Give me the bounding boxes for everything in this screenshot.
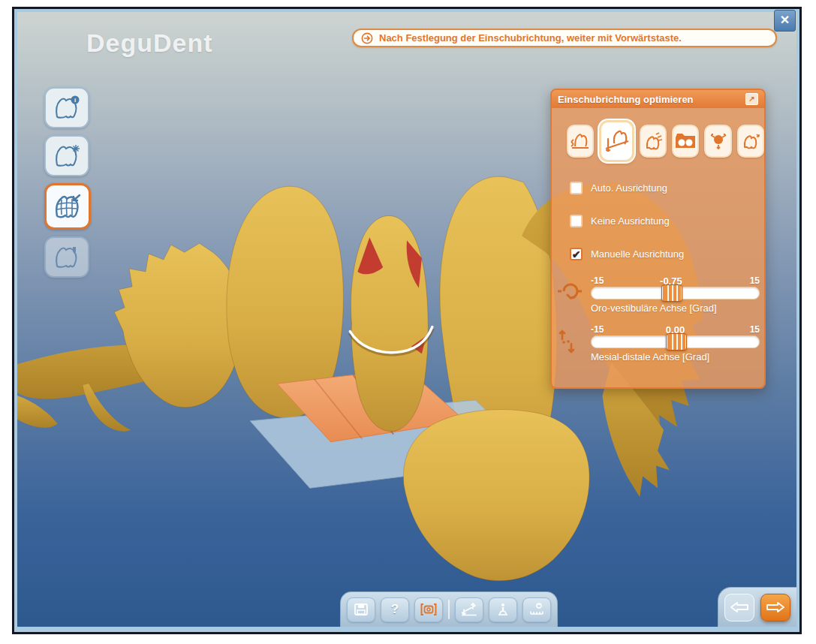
tooth-connector-arrows-icon	[708, 131, 729, 151]
checkbox-label: Manuelle Ausrichtung	[591, 248, 684, 260]
help-icon: ?	[391, 602, 399, 617]
tooth-arrow-icon	[740, 131, 761, 151]
sidebar-item-tooth-info[interactable]: i	[44, 87, 89, 128]
base-plane-orange	[277, 369, 465, 441]
checkbox-keine-ausrichtung[interactable]: Keine Ausrichtung	[570, 215, 764, 227]
mesial-distal-arrows-icon	[556, 329, 579, 354]
slider-handle[interactable]	[666, 333, 687, 351]
tool-insertion-plane-button[interactable]	[599, 120, 634, 162]
slider-oro-vestibular: -15 -0.75 15 Oro-vestibuläre Achse [Grad…	[591, 275, 760, 314]
tooth-spray-icon	[643, 131, 664, 151]
checkbox-box[interactable]: ✔	[570, 248, 583, 260]
arrow-right-icon	[766, 600, 785, 614]
margin-line	[350, 329, 432, 354]
rotate-axis-icon	[556, 280, 583, 302]
back-button[interactable]	[724, 594, 754, 621]
scan-right-molar	[440, 176, 557, 506]
tool-blockout-button[interactable]	[704, 125, 731, 158]
scan-probe-button[interactable]	[489, 597, 517, 622]
tilt-adjust-button[interactable]	[455, 597, 483, 622]
save-button[interactable]	[347, 597, 375, 622]
checkbox-auto-ausrichtung[interactable]: Auto. Ausrichtung	[570, 182, 764, 194]
slider-axis-label: Mesial-distale Achse [Grad]	[591, 351, 760, 363]
status-banner: Nach Festlegung der Einschubrichtung, we…	[352, 29, 777, 47]
slider-mesial-distal: -15 0.00 15 Mesial-distale Achse [Grad]	[591, 324, 760, 363]
viewport-3d[interactable]: DeguDent Nach Festlegung der Einschubric…	[17, 12, 796, 627]
undercut-red-right	[407, 240, 422, 288]
toolbar-divider	[448, 600, 450, 619]
nav-corner	[718, 587, 796, 627]
checkbox-label: Auto. Ausrichtung	[591, 182, 667, 194]
tool-tooth-spray-button[interactable]	[640, 125, 667, 158]
slider-max: 15	[750, 275, 760, 286]
tooth-insertion-plane-icon	[604, 128, 631, 154]
insertion-plane-blue	[250, 400, 537, 488]
checkbox-box[interactable]	[570, 215, 583, 227]
sidebar-item-tooth-tool	[44, 236, 89, 278]
slider-max: 15	[750, 324, 760, 335]
slider-axis-label: Oro-vestibuläre Achse [Grad]	[591, 302, 760, 314]
forward-button[interactable]	[760, 594, 790, 621]
panel-title: Einschubrichtung optimieren	[558, 94, 745, 105]
slider-handle[interactable]	[661, 284, 682, 302]
scan-probe-icon	[495, 603, 510, 616]
tooth-mesh-arrow-icon	[53, 192, 83, 221]
scan-bottom-blob	[403, 410, 589, 581]
tooth-tool-icon	[53, 245, 81, 270]
slider-min: -15	[591, 324, 604, 335]
tool-single-tooth-button[interactable]	[737, 125, 764, 158]
bottom-toolbar: ?	[340, 591, 558, 627]
tooth-info-icon: i	[53, 95, 81, 121]
sidebar-item-tooth-scan[interactable]	[44, 135, 89, 176]
sidebar: i	[44, 87, 91, 278]
panel-header: Einschubrichtung optimieren ↗	[552, 90, 764, 108]
screenshot-button[interactable]	[414, 597, 443, 622]
save-icon	[354, 603, 369, 616]
scan-left-band	[17, 321, 248, 432]
alignment-options: Auto. Ausrichtung Keine Ausrichtung ✔ Ma…	[552, 162, 764, 260]
measure-button[interactable]	[522, 597, 551, 622]
arrow-right-circle-icon	[361, 32, 373, 44]
svg-text:i: i	[74, 97, 76, 104]
slider-track[interactable]	[591, 287, 760, 299]
status-message: Nach Festlegung der Einschubrichtung, we…	[379, 32, 682, 44]
arrow-left-icon	[730, 600, 749, 614]
panel-einschubrichtung: Einschubrichtung optimieren ↗	[550, 89, 766, 389]
tool-tooth-width-button[interactable]	[567, 125, 594, 158]
close-button[interactable]: ✕	[774, 10, 796, 32]
tooth-scan-star-icon	[53, 143, 81, 169]
app-logo: DeguDent	[86, 29, 213, 58]
screenshot-camera-icon	[420, 603, 437, 616]
help-button[interactable]: ?	[381, 597, 409, 622]
tooth-width-arrows-icon	[570, 131, 591, 151]
tilt-adjust-icon	[461, 603, 477, 616]
panel-expand-button[interactable]: ↗	[745, 93, 758, 105]
sidebar-item-insertion-direction[interactable]	[44, 183, 91, 230]
undercut-red-left	[357, 237, 383, 274]
slider-min: -15	[591, 275, 604, 286]
panel-toolbar	[552, 108, 764, 162]
tool-teeth-group-button[interactable]	[672, 125, 699, 158]
undercut-red-sliver	[411, 336, 426, 354]
scan-center-molar	[227, 186, 344, 418]
teeth-folder-icon	[674, 131, 697, 151]
checkbox-manuelle-ausrichtung[interactable]: ✔ Manuelle Ausrichtung	[570, 248, 764, 260]
measure-icon	[528, 603, 545, 616]
app-window: ✕	[12, 7, 802, 634]
checkbox-label: Keine Ausrichtung	[591, 215, 670, 227]
checkbox-box[interactable]	[570, 182, 583, 194]
slider-track[interactable]	[591, 336, 760, 348]
scan-left-tooth	[114, 243, 242, 408]
scan-prepared-die	[350, 215, 432, 431]
